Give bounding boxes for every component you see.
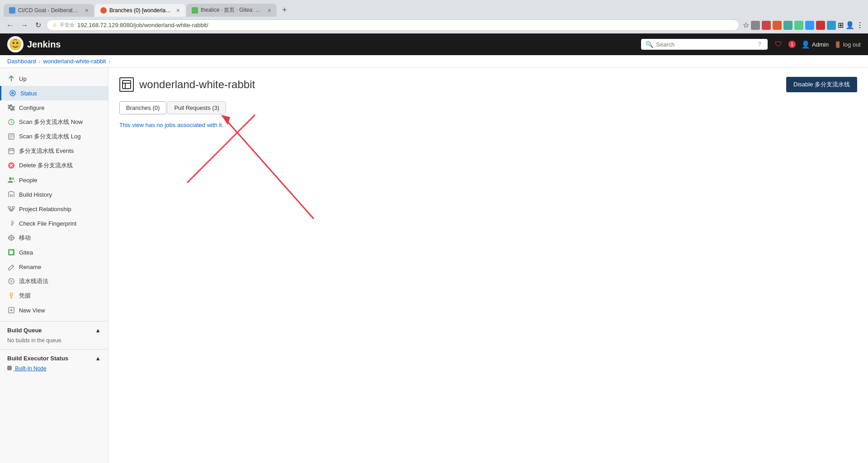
sidebar-item-rename[interactable]: Rename	[0, 260, 108, 274]
menu-icon[interactable]: ⋮	[856, 21, 863, 29]
profile-icon[interactable]: 👤	[845, 21, 854, 29]
tab-title-2: Branches (0) [wonderland-w...	[109, 7, 172, 14]
ext-icon-8[interactable]	[827, 21, 836, 30]
tab-close-1[interactable]: ×	[85, 7, 89, 14]
jenkins-logo-icon	[7, 36, 24, 52]
forward-button[interactable]: →	[19, 20, 30, 30]
browser-tab-1[interactable]: CI/CD Goat - Deliberately vu... ×	[4, 4, 94, 17]
sidebar-label-build-history: Build History	[19, 191, 52, 198]
main-layout: Up Status Configure Scan 多分支流水线 Now Scan	[0, 68, 868, 463]
build-executor-section: Build Executor Status ▲ Built-In Node	[0, 349, 108, 373]
browser-chrome: CI/CD Goat - Deliberately vu... × Branch…	[0, 0, 868, 33]
breadcrumb-sep-2: ›	[108, 58, 110, 65]
tab-favicon-2	[100, 7, 107, 14]
bookmark-icon[interactable]: ☆	[743, 21, 749, 29]
tab-close-2[interactable]: ×	[176, 7, 180, 14]
jenkins-name: Jenkins	[27, 39, 61, 50]
rename-icon	[7, 263, 15, 271]
sidebar-item-delete[interactable]: Delete 多分支流水线	[0, 158, 108, 173]
header-actions: 🛡 1 👤 Admin 🚪 log out	[775, 40, 861, 49]
new-tab-button[interactable]: +	[278, 4, 292, 17]
browser-tabs: CI/CD Goat - Deliberately vu... × Branch…	[0, 0, 868, 17]
sidebar: Up Status Configure Scan 多分支流水线 Now Scan	[0, 68, 108, 463]
sidebar-item-move[interactable]: 移动	[0, 231, 108, 245]
browser-addressbar: ← → ↻ ⚠ 不安全 192.168.72.129:8080/job/wond…	[0, 17, 868, 33]
page-header: wonderland-white-rabbit Disable 多分支流水线	[119, 77, 857, 92]
search-help-icon[interactable]: ?	[758, 41, 761, 47]
built-in-node-link[interactable]: Built-In Node	[7, 365, 47, 372]
tab-favicon-1	[9, 7, 15, 14]
content-wrapper: wonderland-white-rabbit Disable 多分支流水线 B…	[108, 68, 868, 463]
tab-title-1: CI/CD Goat - Deliberately vu...	[18, 7, 80, 14]
fingerprint-icon	[7, 219, 15, 227]
disable-button[interactable]: Disable 多分支流水线	[786, 77, 857, 92]
logout-button[interactable]: 🚪 log out	[834, 41, 861, 48]
gitea-icon	[7, 248, 15, 256]
ext-icon-3[interactable]	[773, 21, 782, 30]
header-user[interactable]: 👤 Admin	[801, 40, 829, 49]
build-executor-content: Built-In Node	[0, 364, 108, 373]
project-rel-icon	[7, 205, 15, 213]
sidebar-item-new-view[interactable]: New View	[0, 303, 108, 317]
build-queue-empty: No builds in the queue.	[7, 337, 63, 344]
sidebar-label-scan-now: Scan 多分支流水线 Now	[19, 118, 83, 126]
sidebar-item-check-fingerprint[interactable]: Check File Fingerprint	[0, 216, 108, 231]
ext-icon-2[interactable]	[762, 21, 771, 30]
scan-now-icon	[7, 118, 15, 126]
tab-branches[interactable]: Branches (0)	[119, 101, 166, 114]
scan-log-icon	[7, 132, 15, 141]
svg-line-21	[226, 119, 314, 219]
sidebar-label-people: People	[19, 177, 37, 184]
address-bar[interactable]: ⚠ 不安全 192.168.72.129:8080/job/wonderland…	[47, 19, 739, 31]
breadcrumb-project[interactable]: wonderland-white-rabbit	[43, 58, 106, 65]
sidebar-item-events[interactable]: 多分支流水线 Events	[0, 144, 108, 158]
ext-icon-1[interactable]	[751, 21, 760, 30]
back-button[interactable]: ←	[5, 20, 15, 30]
sidebar-label-move: 移动	[19, 234, 31, 242]
build-queue-collapse[interactable]: ▲	[95, 327, 101, 334]
build-executor-label: Build Executor Status	[7, 355, 68, 362]
sidebar-item-scan-now[interactable]: Scan 多分支流水线 Now	[0, 115, 108, 129]
ext-icon-6[interactable]	[805, 21, 814, 30]
build-queue-title[interactable]: Build Queue ▲	[0, 323, 108, 335]
browser-tab-2[interactable]: Branches (0) [wonderland-w... ×	[95, 4, 185, 17]
svg-rect-7	[9, 149, 14, 154]
user-icon: 👤	[801, 40, 810, 49]
svg-point-2	[16, 42, 18, 44]
tab-favicon-3	[192, 7, 198, 14]
sidebar-item-credentials[interactable]: 凭据	[0, 288, 108, 303]
sidebar-item-configure[interactable]: Configure	[0, 100, 108, 115]
logout-label: log out	[843, 41, 861, 48]
build-executor-collapse[interactable]: ▲	[95, 355, 101, 362]
shield-icon[interactable]: 🛡	[775, 40, 782, 48]
sidebar-item-pipeline-syntax[interactable]: 流水线语法	[0, 274, 108, 288]
breadcrumb-dashboard[interactable]: Dashboard	[7, 58, 36, 65]
ext-icon-5[interactable]	[794, 21, 803, 30]
extensions-icon[interactable]: ⊞	[838, 21, 844, 29]
jenkins-logo[interactable]: Jenkins	[7, 36, 61, 52]
sidebar-item-build-history[interactable]: Build History	[0, 187, 108, 202]
build-history-icon	[7, 190, 15, 198]
tab-close-3[interactable]: ×	[268, 7, 271, 14]
search-input[interactable]	[656, 41, 755, 48]
sidebar-item-project-relationship[interactable]: Project Relationship	[0, 202, 108, 216]
sidebar-label-up: Up	[19, 76, 27, 82]
header-search[interactable]: 🔍 ?	[641, 39, 768, 50]
sidebar-item-people[interactable]: People	[0, 173, 108, 187]
ext-icon-4[interactable]	[783, 21, 793, 30]
sidebar-item-gitea[interactable]: Gitea	[0, 245, 108, 260]
sidebar-item-up[interactable]: Up	[0, 71, 108, 86]
sidebar-item-scan-log[interactable]: Scan 多分支流水线 Log	[0, 129, 108, 144]
delete-icon	[7, 161, 15, 170]
reload-button[interactable]: ↻	[33, 20, 43, 30]
browser-tab-3[interactable]: thealice · 首页 · Gitea: Git wi... ×	[186, 4, 277, 17]
ext-icon-7[interactable]	[816, 21, 825, 30]
browser-extensions: ☆ ⊞ 👤 ⋮	[743, 21, 863, 30]
security-label: 不安全	[60, 22, 75, 28]
pipeline-icon	[7, 277, 15, 285]
sidebar-label-delete: Delete 多分支流水线	[19, 161, 73, 170]
build-executor-title[interactable]: Build Executor Status ▲	[0, 351, 108, 364]
sidebar-item-status[interactable]: Status	[0, 86, 108, 100]
sidebar-label-events: 多分支流水线 Events	[19, 147, 74, 155]
tab-pull-requests[interactable]: Pull Requests (3)	[167, 101, 226, 114]
